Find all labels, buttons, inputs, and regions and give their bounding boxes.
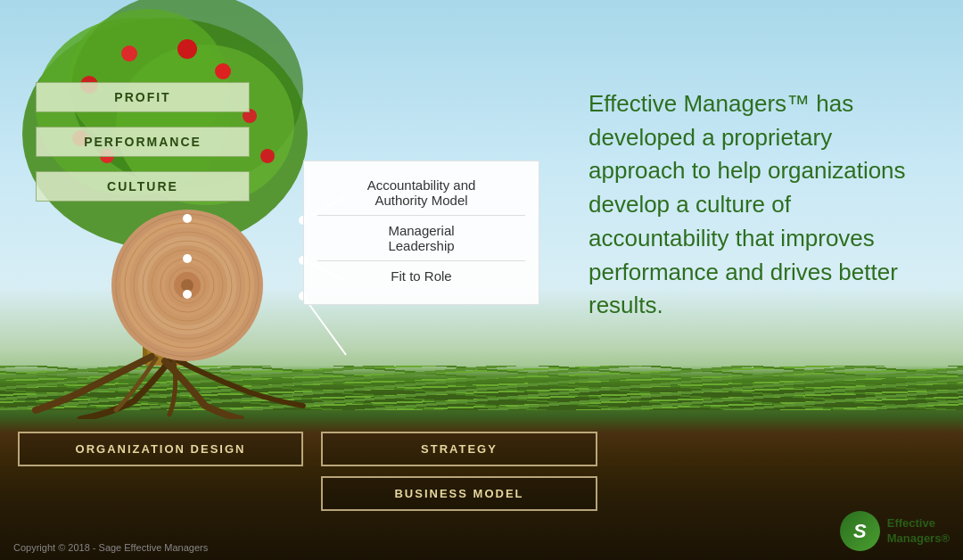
svg-point-23	[181, 279, 193, 292]
org-design-box: ORGANIZATION DESIGN	[18, 432, 303, 466]
main-description: Effective Managers™ has developed a prop…	[588, 87, 927, 323]
profit-label: PROFIT	[36, 82, 250, 112]
right-panel: Effective Managers™ has developed a prop…	[553, 0, 963, 410]
copyright-text: Copyright © 2018 - Sage Effective Manage…	[13, 542, 208, 553]
svg-point-32	[183, 254, 192, 263]
performance-label: PERFORMANCE	[36, 127, 250, 157]
strategy-box: STRATEGY	[321, 432, 597, 466]
effective-managers-logo: S Effective Managers®	[840, 511, 950, 551]
callout-item-2: ManagerialLeadership	[317, 216, 525, 261]
svg-point-31	[183, 214, 192, 223]
callout-item-1: Accountability andAuthority Model	[317, 170, 525, 216]
svg-point-8	[121, 45, 137, 62]
logo-icon: S	[840, 511, 880, 551]
svg-point-9	[177, 39, 197, 59]
business-model-box: BUSINESS MODEL	[321, 476, 597, 511]
svg-point-10	[215, 63, 231, 79]
bottom-section: ORGANIZATION DESIGN STRATEGY BUSINESS MO…	[0, 391, 963, 560]
svg-point-13	[260, 149, 275, 163]
svg-point-33	[183, 290, 192, 299]
tree-illustration	[9, 0, 339, 419]
logo-text: Effective Managers®	[887, 516, 950, 547]
callout-item-3: Fit to Role	[317, 261, 525, 291]
callout-box: Accountability andAuthority Model Manage…	[303, 161, 539, 305]
culture-label: CULTURE	[36, 171, 250, 202]
